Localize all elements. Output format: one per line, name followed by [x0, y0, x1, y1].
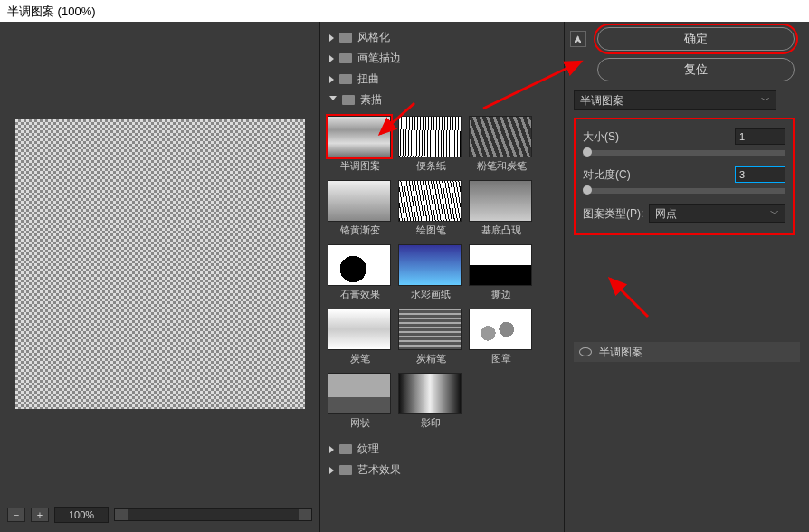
- filter-thumb-charcoal[interactable]: 炭笔: [328, 309, 393, 366]
- ok-button[interactable]: 确定: [597, 27, 795, 51]
- category-label: 艺术效果: [357, 462, 401, 478]
- filter-thumb-torn[interactable]: 撕边: [469, 244, 534, 301]
- filter-label: 便条纸: [398, 159, 463, 173]
- chevron-down-icon: ﹀: [761, 94, 770, 107]
- params-box: 大小(S) 对比度(C) 图案类型(P): 网点 ﹀: [574, 118, 795, 235]
- collapse-button[interactable]: ⮝: [570, 31, 586, 47]
- filter-label: 影印: [398, 416, 463, 430]
- filter-label: 石膏效果: [328, 288, 393, 301]
- pattern-type-value: 网点: [655, 206, 677, 222]
- size-slider[interactable]: [583, 150, 785, 156]
- visibility-icon[interactable]: [579, 347, 592, 356]
- filter-thumb-chalk[interactable]: 粉笔和炭笔: [469, 116, 534, 173]
- filter-label: 炭精笔: [398, 352, 463, 366]
- reset-button[interactable]: 复位: [597, 58, 795, 81]
- filter-label: 铬黄渐变: [328, 223, 393, 237]
- folder-icon: [339, 465, 352, 475]
- contrast-label: 对比度(C): [583, 167, 631, 183]
- category-distort[interactable]: 扭曲: [324, 69, 560, 90]
- zoom-out-button[interactable]: −: [7, 508, 25, 522]
- zoom-value[interactable]: 100%: [54, 507, 109, 523]
- filter-label: 图章: [469, 352, 534, 366]
- category-stylize[interactable]: 风格化: [324, 27, 560, 48]
- preview-panel: − + 100%: [0, 22, 320, 532]
- category-label: 素描: [360, 92, 382, 108]
- filter-label: 炭笔: [328, 352, 393, 366]
- filter-select-value: 半调图案: [580, 93, 623, 109]
- size-input[interactable]: [735, 128, 785, 145]
- filter-thumb-reticulation[interactable]: 网状: [328, 373, 393, 430]
- chevron-down-icon: ﹀: [770, 207, 779, 220]
- filter-label: 撕边: [469, 288, 534, 301]
- filter-thumb-basrelief[interactable]: 基底凸现: [469, 180, 534, 237]
- filter-thumb-chrome[interactable]: 铬黄渐变: [328, 180, 393, 237]
- filter-label: 半调图案: [328, 159, 393, 173]
- category-label: 扭曲: [357, 71, 379, 87]
- pattern-type-label: 图案类型(P):: [583, 206, 643, 222]
- filter-thumb-plaster[interactable]: 石膏效果: [328, 244, 393, 301]
- filter-label: 绘图笔: [398, 223, 463, 237]
- contrast-input[interactable]: [735, 166, 785, 183]
- filter-tree: 风格化 画笔描边 扭曲 素描 半调图案 便条纸 粉笔和炭笔 铬黄渐变 绘图笔 基…: [320, 22, 565, 532]
- filter-select[interactable]: 半调图案 ﹀: [574, 90, 776, 110]
- pattern-type-select[interactable]: 网点 ﹀: [649, 204, 785, 223]
- filter-thumb-waterpaper[interactable]: 水彩画纸: [398, 244, 463, 301]
- filter-thumb-conte[interactable]: 炭精笔: [398, 309, 463, 366]
- category-label: 风格化: [357, 30, 390, 45]
- filter-thumb-halftone[interactable]: 半调图案: [328, 116, 393, 173]
- filter-grid: 半调图案 便条纸 粉笔和炭笔 铬黄渐变 绘图笔 基底凸现 石膏效果 水彩画纸 撕…: [324, 110, 560, 439]
- category-artistic[interactable]: 艺术效果: [324, 460, 560, 480]
- folder-icon: [339, 33, 352, 43]
- preview-image: [15, 119, 305, 409]
- folder-icon: [339, 444, 352, 454]
- effect-layer-label: 半调图案: [599, 345, 642, 360]
- category-label: 纹理: [357, 442, 379, 457]
- filter-label: 水彩画纸: [398, 288, 463, 301]
- window-title: 半调图案 (100%): [0, 0, 809, 22]
- preview-area: [7, 29, 312, 499]
- category-brush[interactable]: 画笔描边: [324, 48, 560, 69]
- zoom-in-button[interactable]: +: [31, 508, 49, 522]
- settings-panel: ⮝ 确定 复位 半调图案 ﹀ 大小(S) 对比度(C) 图案类型(P): 网点 …: [565, 22, 809, 532]
- filter-label: 基底凸现: [469, 223, 534, 237]
- folder-icon: [342, 95, 355, 105]
- folder-icon: [339, 74, 352, 84]
- category-texture[interactable]: 纹理: [324, 439, 560, 460]
- category-label: 画笔描边: [357, 51, 401, 66]
- filter-thumb-stamp[interactable]: 图章: [469, 309, 534, 366]
- filter-label: 网状: [328, 416, 393, 430]
- filter-thumb-pen[interactable]: 绘图笔: [398, 180, 463, 237]
- horizontal-scrollbar[interactable]: [114, 508, 312, 521]
- size-label: 大小(S): [583, 129, 619, 145]
- folder-icon: [339, 53, 352, 63]
- filter-label: 粉笔和炭笔: [469, 159, 534, 173]
- category-sketch[interactable]: 素描: [324, 90, 560, 110]
- filter-thumb-photocopy[interactable]: 影印: [398, 373, 463, 430]
- effect-layer-row[interactable]: 半调图案: [574, 342, 800, 362]
- filter-thumb-notepaper[interactable]: 便条纸: [398, 116, 463, 173]
- contrast-slider[interactable]: [583, 188, 785, 194]
